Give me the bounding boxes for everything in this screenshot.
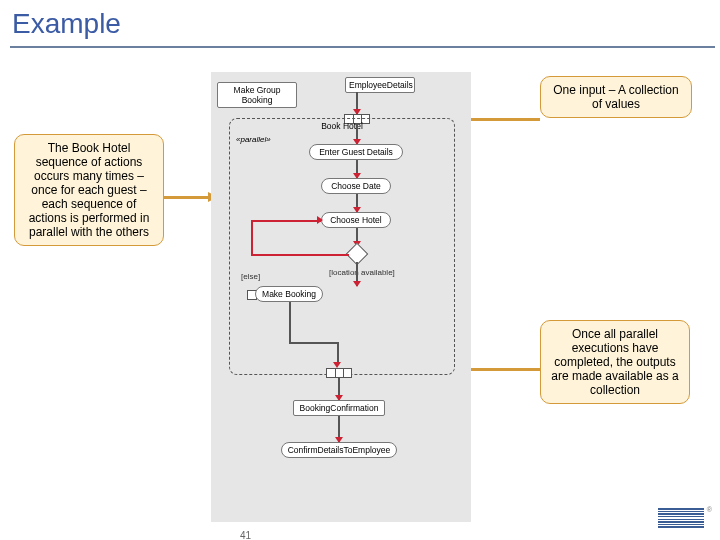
flow-edge: [251, 220, 253, 256]
region-keyword: «parallel»: [236, 135, 271, 144]
node-choose-date: Choose Date: [321, 178, 391, 194]
flow-edge: [289, 342, 337, 344]
flow-arrow-icon: [356, 160, 358, 178]
flow-edge: [251, 220, 321, 222]
page-number: 41: [240, 530, 251, 540]
flow-edge: [289, 302, 291, 342]
ibm-logo-icon: [658, 508, 704, 528]
node-make-group-booking: Make Group Booking: [217, 82, 297, 108]
title-divider: [10, 46, 715, 48]
flow-arrow-icon: [356, 124, 358, 144]
node-enter-guest-details: Enter Guest Details: [309, 144, 403, 160]
callout-parallel-done: Once all parallel executions have comple…: [540, 320, 690, 404]
node-make-booking: Make Booking: [255, 286, 323, 302]
callout-one-input: One input – A collection of values: [540, 76, 692, 118]
flow-arrow-icon: [356, 262, 358, 286]
guard-else: [else]: [241, 272, 260, 281]
page-title: Example: [0, 0, 720, 44]
diagram-canvas: Make Group Booking EmployeeDetails Book …: [211, 72, 471, 522]
expansion-node-out: [326, 368, 352, 378]
node-employee-details: EmployeeDetails: [345, 77, 415, 93]
region-title: Book Hotel: [230, 121, 454, 131]
flow-edge: [251, 254, 349, 256]
flow-edge: [337, 342, 339, 364]
flow-arrow-icon: [338, 416, 340, 442]
node-confirm-details: ConfirmDetailsToEmployee: [281, 442, 397, 458]
arrow-head-icon: [317, 216, 323, 224]
callout-arrow: [164, 196, 208, 199]
node-booking-confirmation: BookingConfirmation: [293, 400, 385, 416]
flow-arrow-icon: [356, 194, 358, 212]
guard-location-available: [location available]: [329, 268, 395, 277]
callout-book-hotel: The Book Hotel sequence of actions occur…: [14, 134, 164, 246]
flow-arrow-icon: [338, 378, 340, 400]
flow-arrow-icon: [356, 92, 358, 114]
node-choose-hotel: Choose Hotel: [321, 212, 391, 228]
